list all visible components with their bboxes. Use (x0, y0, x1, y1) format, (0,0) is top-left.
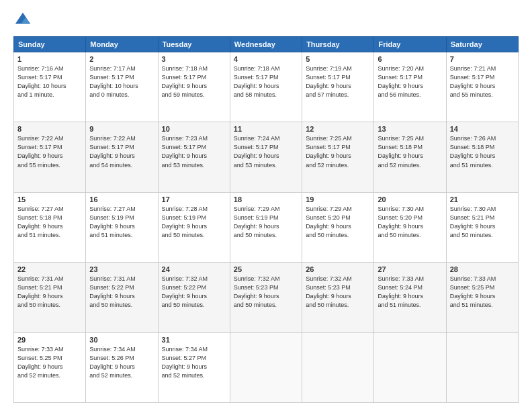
day-number: 3 (162, 55, 226, 63)
day-number: 17 (162, 195, 226, 203)
day-number: 25 (234, 265, 298, 273)
day-number: 19 (306, 195, 370, 203)
weekday-header-friday: Friday (374, 37, 446, 52)
day-info: Sunrise: 7:33 AM Sunset: 5:25 PM Dayligh… (17, 345, 82, 380)
calendar-cell: 28Sunrise: 7:33 AM Sunset: 5:25 PM Dayli… (446, 263, 518, 332)
day-info: Sunrise: 7:22 AM Sunset: 5:17 PM Dayligh… (89, 134, 154, 169)
calendar-cell: 23Sunrise: 7:31 AM Sunset: 5:22 PM Dayli… (86, 263, 158, 332)
calendar-cell: 26Sunrise: 7:32 AM Sunset: 5:23 PM Dayli… (302, 263, 374, 332)
calendar-week-1: 1Sunrise: 7:16 AM Sunset: 5:17 PM Daylig… (14, 52, 519, 122)
calendar-cell: 15Sunrise: 7:27 AM Sunset: 5:18 PM Dayli… (14, 192, 86, 262)
calendar-cell: 29Sunrise: 7:33 AM Sunset: 5:25 PM Dayli… (14, 332, 86, 402)
day-info: Sunrise: 7:25 AM Sunset: 5:17 PM Dayligh… (306, 134, 370, 169)
day-number: 29 (17, 336, 82, 344)
day-info: Sunrise: 7:23 AM Sunset: 5:17 PM Dayligh… (162, 134, 226, 169)
day-number: 24 (162, 265, 226, 273)
day-number: 7 (450, 55, 515, 63)
day-number: 22 (17, 265, 82, 273)
day-info: Sunrise: 7:31 AM Sunset: 5:21 PM Dayligh… (17, 275, 82, 310)
calendar-cell: 18Sunrise: 7:29 AM Sunset: 5:19 PM Dayli… (230, 192, 302, 262)
logo (13, 11, 35, 30)
day-number: 31 (162, 336, 226, 344)
page: SundayMondayTuesdayWednesdayThursdayFrid… (0, 0, 532, 411)
weekday-header-sunday: Sunday (14, 37, 86, 52)
calendar-table: SundayMondayTuesdayWednesdayThursdayFrid… (13, 36, 519, 403)
calendar-cell: 1Sunrise: 7:16 AM Sunset: 5:17 PM Daylig… (14, 52, 86, 122)
calendar-cell: 31Sunrise: 7:34 AM Sunset: 5:27 PM Dayli… (158, 332, 230, 402)
calendar-cell: 3Sunrise: 7:18 AM Sunset: 5:17 PM Daylig… (158, 52, 230, 122)
day-info: Sunrise: 7:27 AM Sunset: 5:19 PM Dayligh… (89, 205, 154, 240)
weekday-header-monday: Monday (86, 37, 158, 52)
day-info: Sunrise: 7:16 AM Sunset: 5:17 PM Dayligh… (17, 64, 82, 99)
day-info: Sunrise: 7:30 AM Sunset: 5:20 PM Dayligh… (378, 205, 442, 240)
calendar-cell: 10Sunrise: 7:23 AM Sunset: 5:17 PM Dayli… (158, 122, 230, 192)
day-number: 8 (17, 125, 82, 133)
calendar-cell: 8Sunrise: 7:22 AM Sunset: 5:17 PM Daylig… (14, 122, 86, 192)
day-info: Sunrise: 7:28 AM Sunset: 5:19 PM Dayligh… (162, 205, 226, 240)
weekday-header-tuesday: Tuesday (158, 37, 230, 52)
calendar-cell: 6Sunrise: 7:20 AM Sunset: 5:17 PM Daylig… (374, 52, 446, 122)
day-number: 16 (89, 195, 154, 203)
day-info: Sunrise: 7:17 AM Sunset: 5:17 PM Dayligh… (89, 64, 154, 99)
day-info: Sunrise: 7:26 AM Sunset: 5:18 PM Dayligh… (450, 134, 515, 169)
day-number: 18 (234, 195, 298, 203)
calendar-cell: 5Sunrise: 7:19 AM Sunset: 5:17 PM Daylig… (302, 52, 374, 122)
day-number: 4 (234, 55, 298, 63)
day-number: 21 (450, 195, 515, 203)
calendar-cell: 21Sunrise: 7:30 AM Sunset: 5:21 PM Dayli… (446, 192, 518, 262)
calendar-cell: 14Sunrise: 7:26 AM Sunset: 5:18 PM Dayli… (446, 122, 518, 192)
calendar-cell: 12Sunrise: 7:25 AM Sunset: 5:17 PM Dayli… (302, 122, 374, 192)
day-number: 23 (89, 265, 154, 273)
day-number: 1 (17, 55, 82, 63)
day-info: Sunrise: 7:32 AM Sunset: 5:23 PM Dayligh… (234, 275, 298, 310)
day-number: 20 (378, 195, 442, 203)
day-info: Sunrise: 7:34 AM Sunset: 5:27 PM Dayligh… (162, 345, 226, 380)
day-number: 28 (450, 265, 515, 273)
day-info: Sunrise: 7:25 AM Sunset: 5:18 PM Dayligh… (378, 134, 442, 169)
day-number: 10 (162, 125, 226, 133)
weekday-header-thursday: Thursday (302, 37, 374, 52)
day-number: 11 (234, 125, 298, 133)
calendar-header-row: SundayMondayTuesdayWednesdayThursdayFrid… (14, 37, 519, 52)
calendar-week-4: 22Sunrise: 7:31 AM Sunset: 5:21 PM Dayli… (14, 263, 519, 332)
day-number: 12 (306, 125, 370, 133)
day-number: 14 (450, 125, 515, 133)
calendar-cell: 19Sunrise: 7:29 AM Sunset: 5:20 PM Dayli… (302, 192, 374, 262)
day-info: Sunrise: 7:20 AM Sunset: 5:17 PM Dayligh… (378, 64, 442, 99)
day-number: 26 (306, 265, 370, 273)
calendar-cell: 4Sunrise: 7:18 AM Sunset: 5:17 PM Daylig… (230, 52, 302, 122)
calendar-cell: 17Sunrise: 7:28 AM Sunset: 5:19 PM Dayli… (158, 192, 230, 262)
day-info: Sunrise: 7:22 AM Sunset: 5:17 PM Dayligh… (17, 134, 82, 169)
calendar-cell: 9Sunrise: 7:22 AM Sunset: 5:17 PM Daylig… (86, 122, 158, 192)
day-number: 27 (378, 265, 442, 273)
calendar-cell: 22Sunrise: 7:31 AM Sunset: 5:21 PM Dayli… (14, 263, 86, 332)
day-number: 6 (378, 55, 442, 63)
day-number: 2 (89, 55, 154, 63)
day-info: Sunrise: 7:33 AM Sunset: 5:24 PM Dayligh… (378, 275, 442, 310)
day-number: 5 (306, 55, 370, 63)
calendar-cell (230, 332, 302, 402)
calendar-cell: 27Sunrise: 7:33 AM Sunset: 5:24 PM Dayli… (374, 263, 446, 332)
day-info: Sunrise: 7:33 AM Sunset: 5:25 PM Dayligh… (450, 275, 515, 310)
day-info: Sunrise: 7:18 AM Sunset: 5:17 PM Dayligh… (162, 64, 226, 99)
day-info: Sunrise: 7:21 AM Sunset: 5:17 PM Dayligh… (450, 64, 515, 99)
calendar-cell: 24Sunrise: 7:32 AM Sunset: 5:22 PM Dayli… (158, 263, 230, 332)
calendar-cell: 25Sunrise: 7:32 AM Sunset: 5:23 PM Dayli… (230, 263, 302, 332)
day-info: Sunrise: 7:18 AM Sunset: 5:17 PM Dayligh… (234, 64, 298, 99)
calendar-cell: 20Sunrise: 7:30 AM Sunset: 5:20 PM Dayli… (374, 192, 446, 262)
day-info: Sunrise: 7:19 AM Sunset: 5:17 PM Dayligh… (306, 64, 370, 99)
day-info: Sunrise: 7:27 AM Sunset: 5:18 PM Dayligh… (17, 205, 82, 240)
day-info: Sunrise: 7:29 AM Sunset: 5:20 PM Dayligh… (306, 205, 370, 240)
calendar-cell: 2Sunrise: 7:17 AM Sunset: 5:17 PM Daylig… (86, 52, 158, 122)
calendar-cell: 16Sunrise: 7:27 AM Sunset: 5:19 PM Dayli… (86, 192, 158, 262)
calendar-cell (374, 332, 446, 402)
calendar-week-5: 29Sunrise: 7:33 AM Sunset: 5:25 PM Dayli… (14, 332, 519, 402)
calendar-week-3: 15Sunrise: 7:27 AM Sunset: 5:18 PM Dayli… (14, 192, 519, 262)
day-info: Sunrise: 7:31 AM Sunset: 5:22 PM Dayligh… (89, 275, 154, 310)
calendar-cell: 7Sunrise: 7:21 AM Sunset: 5:17 PM Daylig… (446, 52, 518, 122)
day-info: Sunrise: 7:32 AM Sunset: 5:22 PM Dayligh… (162, 275, 226, 310)
calendar-cell: 30Sunrise: 7:34 AM Sunset: 5:26 PM Dayli… (86, 332, 158, 402)
day-number: 9 (89, 125, 154, 133)
day-info: Sunrise: 7:32 AM Sunset: 5:23 PM Dayligh… (306, 275, 370, 310)
calendar-week-2: 8Sunrise: 7:22 AM Sunset: 5:17 PM Daylig… (14, 122, 519, 192)
